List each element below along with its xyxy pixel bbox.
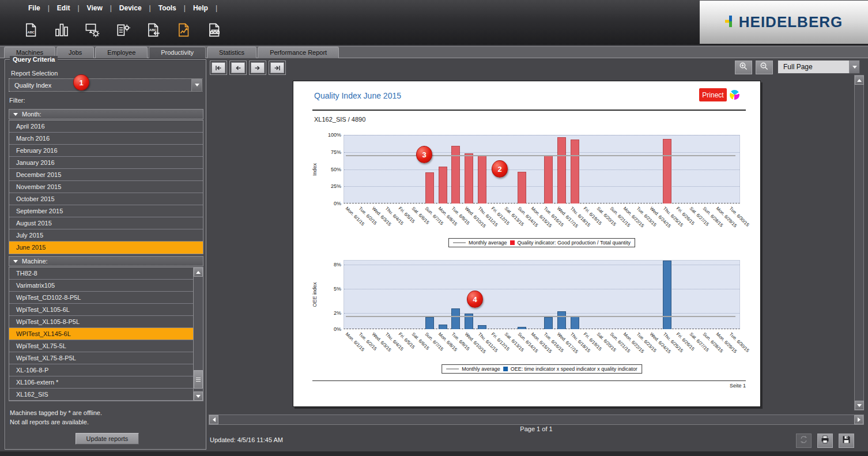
report-text-icon[interactable]: ABC <box>22 21 40 39</box>
menu-help[interactable]: Help <box>186 4 216 12</box>
y-axis-title: OEE index <box>312 282 318 307</box>
first-page-button[interactable] <box>210 61 227 75</box>
system-settings-icon[interactable] <box>83 21 101 39</box>
report-horizontal-scrollbar[interactable] <box>209 414 864 425</box>
bottom-edge-strip <box>0 451 868 456</box>
month-item-february-2016[interactable]: February 2016 <box>9 145 203 157</box>
machine-item-xl162-sis[interactable]: XL162_SIS <box>9 389 193 401</box>
zoom-in-button[interactable] <box>735 61 752 74</box>
x-tick-label: Mon. 6/22/15 <box>622 206 645 228</box>
x-tick-label: Wed. 6/3/15 <box>371 331 393 353</box>
y-tick-label: 8% <box>322 262 341 267</box>
month-item-april-2016[interactable]: April 2016 <box>9 120 203 133</box>
update-reports-button[interactable]: Update reports <box>76 433 139 444</box>
x-tick-label: Mon. 6/29/15 <box>715 331 737 354</box>
machine-item-wpitest-xl105-8-p5l[interactable]: WpiTest_XL105-8-P5L <box>9 316 193 328</box>
machine-list: TH82-8Varimatrix105WpiTest_CD102-8-P5LWp… <box>9 267 203 401</box>
report-title: Quality Index June 2015 <box>314 91 401 100</box>
tab-jobs[interactable]: Jobs <box>56 47 94 58</box>
device-counter-icon[interactable] <box>114 21 132 39</box>
triangle-right-icon <box>858 417 861 422</box>
tab-performance-report[interactable]: Performance Report <box>258 47 339 58</box>
machine-item-wpitest-xl145-6l[interactable]: WPITest_XL145-6L <box>9 328 193 340</box>
x-tick-label: Wed. 6/3/15 <box>371 206 393 227</box>
month-section-header[interactable]: Month: <box>9 109 203 119</box>
machine-item-wpitest-cd102-8-p5l[interactable]: WpiTest_CD102-8-P5L <box>9 292 193 304</box>
x-tick-label: Tue. 6/2/15 <box>358 331 378 352</box>
scroll-right-button[interactable] <box>854 415 863 424</box>
report-import-icon[interactable]: ABC <box>144 21 163 39</box>
report-dropdown-button[interactable] <box>191 79 202 91</box>
zoom-out-button[interactable] <box>756 61 773 74</box>
machine-item-wpitest-xl105-6l[interactable]: WpiTest_XL105-6L <box>9 304 193 316</box>
x-tick-label: Sat. 6/27/15 <box>688 331 710 353</box>
month-item-september-2015[interactable]: September 2015 <box>9 205 203 217</box>
report-subtitle: XL162_SIS / 4890 <box>314 116 365 123</box>
month-item-october-2015[interactable]: October 2015 <box>9 193 203 205</box>
save-icon <box>841 434 852 447</box>
x-tick-label: Mon. 6/29/15 <box>715 206 737 228</box>
month-header-label: Month: <box>22 111 41 118</box>
month-item-june-2015[interactable]: June 2015 <box>9 242 203 254</box>
print-button[interactable] <box>817 434 833 448</box>
save-button[interactable] <box>839 434 854 448</box>
scroll-up-button[interactable] <box>855 76 864 85</box>
previous-page-button[interactable] <box>229 61 247 75</box>
tab-productivity[interactable]: Productivity <box>149 47 206 58</box>
x-tick-label: Fri. 6/12/15 <box>490 331 510 352</box>
query-criteria-panel: Query Criteria Report Selection Quality … <box>5 59 206 450</box>
bar <box>518 327 526 329</box>
machine-item-th82-8[interactable]: TH82-8 <box>9 267 193 280</box>
report-selection-dropdown[interactable]: Quality Index <box>9 78 202 92</box>
machine-item-wpitest-xl75-8-p5l[interactable]: WpiTest_XL75-8-P5L <box>9 352 193 364</box>
tab-employee[interactable]: Employee <box>95 47 148 58</box>
machine-section-header[interactable]: Machine: <box>9 256 203 266</box>
report-selection-label: Report Selection <box>11 70 58 77</box>
x-tick-label: Tue. 6/16/15 <box>543 331 565 353</box>
scroll-up-button[interactable] <box>194 267 203 277</box>
x-tick-label: Thu. 6/11/15 <box>477 331 499 353</box>
report-structure-icon[interactable] <box>205 21 224 39</box>
machine-header-label: Machine: <box>22 258 48 265</box>
month-item-january-2016[interactable]: January 2016 <box>9 157 203 169</box>
menu-view[interactable]: View <box>80 4 110 12</box>
scroll-down-button[interactable] <box>855 401 864 410</box>
x-tick-label: Sat. 6/6/15 <box>411 331 431 351</box>
right-arrow-icon <box>251 62 265 73</box>
month-item-november-2015[interactable]: November 2015 <box>9 181 203 193</box>
menu-edit[interactable]: Edit <box>50 4 78 12</box>
zoom-level-dropdown[interactable]: Full Page <box>778 60 860 74</box>
legend-label: OEE: time indicator x speed indicator x … <box>511 366 637 372</box>
machine-item-varimatrix105[interactable]: Varimatrix105 <box>9 280 193 292</box>
scrollbar-thumb[interactable] <box>194 370 203 389</box>
x-tick-label: Wed. 6/10/15 <box>463 206 486 229</box>
machine-list-scrollbar[interactable] <box>193 267 203 401</box>
scroll-left-button[interactable] <box>209 415 218 424</box>
month-item-december-2015[interactable]: December 2015 <box>9 169 203 181</box>
machine-item-xl-106-8-p[interactable]: XL-106-8-P <box>9 364 193 376</box>
machine-item-wpitest-xl75-5l[interactable]: WpiTest_XL75-5L <box>9 340 193 352</box>
next-page-button[interactable] <box>249 61 266 75</box>
performance-report-icon[interactable] <box>175 21 193 39</box>
scroll-down-button[interactable] <box>194 391 203 401</box>
month-item-march-2016[interactable]: March 2016 <box>9 133 203 145</box>
last-page-button[interactable] <box>269 61 286 75</box>
bar-chart-icon[interactable] <box>52 21 71 39</box>
menu-tools[interactable]: Tools <box>151 4 184 12</box>
bar <box>425 317 434 329</box>
svg-text:ABC: ABC <box>149 28 156 32</box>
menu-file[interactable]: File <box>21 4 48 12</box>
legend-square-marker <box>510 240 515 245</box>
month-item-august-2015[interactable]: August 2015 <box>9 217 203 229</box>
menu-device[interactable]: Device <box>112 4 149 12</box>
x-tick-label: Tue. 6/2/15 <box>358 206 378 226</box>
zoom-dropdown-button[interactable] <box>849 61 859 73</box>
month-item-july-2015[interactable]: July 2015 <box>9 229 203 242</box>
refresh-icon <box>798 434 809 447</box>
tab-statistics[interactable]: Statistics <box>207 47 256 58</box>
bar <box>557 137 566 203</box>
legend-square-marker <box>503 367 508 371</box>
report-vertical-scrollbar[interactable] <box>854 75 864 410</box>
machine-item-xl106-extern[interactable]: XL106-extern * <box>9 376 193 389</box>
bar <box>478 325 486 329</box>
